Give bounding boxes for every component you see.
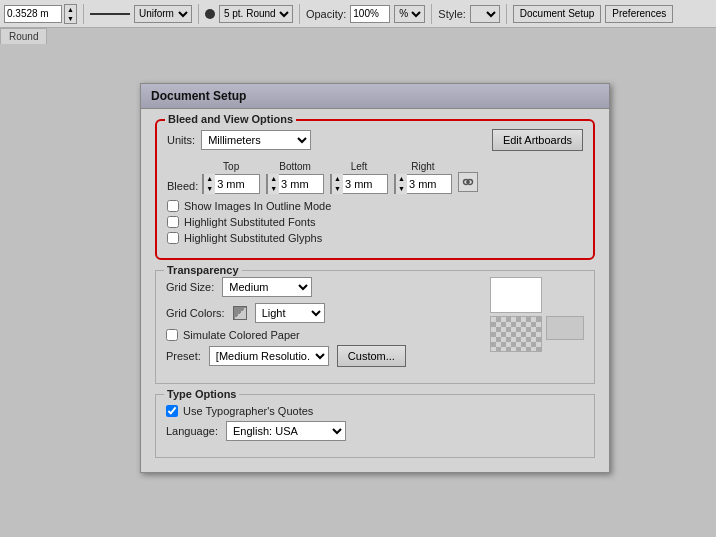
units-row: Units: Millimeters Edit Artboards (167, 129, 583, 151)
bleed-top-col: Top ▲ ▼ (202, 161, 260, 194)
language-select[interactable]: English: USA (226, 421, 346, 441)
type-section: Type Options Use Typographer's Quotes La… (155, 394, 595, 458)
transparency-section: Transparency Grid Size: Medium Grid Col (155, 270, 595, 384)
sep3 (299, 4, 300, 24)
style-select[interactable] (470, 5, 500, 23)
bleed-bottom-col: Bottom ▲ ▼ (266, 161, 324, 194)
bleed-top-input[interactable] (215, 175, 259, 193)
document-setup-dialog: Document Setup Bleed and View Options Un… (140, 83, 610, 473)
language-row: Language: English: USA (166, 421, 584, 441)
type-section-label: Type Options (164, 388, 239, 400)
trans-controls: Grid Size: Medium Grid Colors: Light (166, 277, 478, 373)
preferences-button[interactable]: Preferences (605, 5, 673, 23)
size-spinner[interactable]: ▲ ▼ (64, 4, 77, 24)
size-group: 0.3528 m ▲ ▼ (4, 4, 77, 24)
grid-size-label: Grid Size: (166, 281, 214, 293)
opacity-input[interactable]: 100% (350, 5, 390, 23)
bleed-bottom-group: ▲ ▼ (266, 174, 324, 194)
bleed-left-input[interactable] (343, 175, 387, 193)
bleed-section-label: Bleed and View Options (165, 113, 296, 125)
show-images-label: Show Images In Outline Mode (184, 200, 331, 212)
uniform-select[interactable]: Uniform (134, 5, 192, 23)
highlight-glyphs-row: Highlight Substituted Glyphs (167, 232, 583, 244)
sep1 (83, 4, 84, 24)
bleed-right-spinner[interactable]: ▲ ▼ (395, 174, 407, 194)
checker-row (490, 316, 584, 352)
units-label: Units: (167, 134, 195, 146)
grid-size-select[interactable]: Medium (222, 277, 312, 297)
highlight-fonts-row: Highlight Substituted Fonts (167, 216, 583, 228)
bleed-bottom-spinner[interactable]: ▲ ▼ (267, 174, 279, 194)
typographers-row: Use Typographer's Quotes (166, 405, 584, 417)
bleed-right-group: ▲ ▼ (394, 174, 452, 194)
line-icon (90, 13, 130, 15)
custom-button[interactable]: Custom... (337, 345, 406, 367)
typographers-label: Use Typographer's Quotes (183, 405, 313, 417)
bleed-row: Bleed: Top ▲ ▼ (167, 157, 583, 194)
chain-icon (462, 176, 474, 188)
bleed-left-label: Left (351, 161, 368, 172)
highlight-fonts-checkbox[interactable] (167, 216, 179, 228)
checker-preview (490, 316, 542, 352)
toolbar: 0.3528 m ▲ ▼ Uniform 5 pt. Round Opacity… (0, 0, 716, 28)
bleed-top-spinner[interactable]: ▲ ▼ (203, 174, 215, 194)
chain-link-button[interactable] (458, 172, 478, 192)
small-swatch (546, 316, 584, 340)
simulate-row: Simulate Colored Paper (166, 329, 478, 341)
grid-size-row: Grid Size: Medium (166, 277, 478, 297)
bleed-right-col: Right ▲ ▼ (394, 161, 452, 194)
bleed-left-group: ▲ ▼ (330, 174, 388, 194)
units-select[interactable]: Millimeters (201, 130, 311, 150)
bleed-bottom-input[interactable] (279, 175, 323, 193)
edit-artboards-button[interactable]: Edit Artboards (492, 129, 583, 151)
brush-select[interactable]: 5 pt. Round (219, 5, 293, 23)
style-label: Style: (438, 8, 466, 20)
bleed-left-col: Left ▲ ▼ (330, 161, 388, 194)
highlight-fonts-label: Highlight Substituted Fonts (184, 216, 315, 228)
bleed-right-label: Right (411, 161, 434, 172)
show-images-checkbox[interactable] (167, 200, 179, 212)
sep4 (431, 4, 432, 24)
grid-colors-select[interactable]: Light (255, 303, 325, 323)
grid-colors-row: Grid Colors: Light (166, 303, 478, 323)
document-setup-button[interactable]: Document Setup (513, 5, 602, 23)
dialog-body: Bleed and View Options Units: Millimeter… (141, 109, 609, 472)
simulate-checkbox[interactable] (166, 329, 178, 341)
opacity-select[interactable]: % (394, 5, 425, 23)
main-area: Round Document Setup Bleed and View Opti… (0, 28, 716, 537)
highlight-glyphs-label: Highlight Substituted Glyphs (184, 232, 322, 244)
dialog-title: Document Setup (141, 84, 609, 109)
canvas-tab-label: Round (9, 31, 38, 42)
trans-content: Grid Size: Medium Grid Colors: Light (166, 277, 584, 373)
show-images-row: Show Images In Outline Mode (167, 200, 583, 212)
typographers-checkbox[interactable] (166, 405, 178, 417)
transparency-previews (490, 277, 584, 373)
simulate-label: Simulate Colored Paper (183, 329, 300, 341)
canvas-tab[interactable]: Round (0, 28, 47, 44)
size-input[interactable]: 0.3528 m (4, 5, 62, 23)
bleed-label-text: Bleed: (167, 180, 198, 192)
white-preview (490, 277, 542, 313)
grid-colors-label: Grid Colors: (166, 307, 225, 319)
language-label: Language: (166, 425, 218, 437)
preset-label: Preset: (166, 350, 201, 362)
bleed-bottom-label: Bottom (279, 161, 311, 172)
preset-select[interactable]: [Medium Resolutio... (209, 346, 329, 366)
sep5 (506, 4, 507, 24)
bleed-columns: Top ▲ ▼ Bottom (202, 161, 478, 194)
transparency-section-label: Transparency (164, 264, 242, 276)
brush-icon (205, 9, 215, 19)
bleed-right-input[interactable] (407, 175, 451, 193)
sep2 (198, 4, 199, 24)
highlight-glyphs-checkbox[interactable] (167, 232, 179, 244)
preset-row: Preset: [Medium Resolutio... Custom... (166, 345, 478, 367)
bleed-top-label: Top (223, 161, 239, 172)
grid-color-swatch (233, 306, 247, 320)
bleed-top-group: ▲ ▼ (202, 174, 260, 194)
opacity-label: Opacity: (306, 8, 346, 20)
bleed-section: Bleed and View Options Units: Millimeter… (155, 119, 595, 260)
bleed-left-spinner[interactable]: ▲ ▼ (331, 174, 343, 194)
